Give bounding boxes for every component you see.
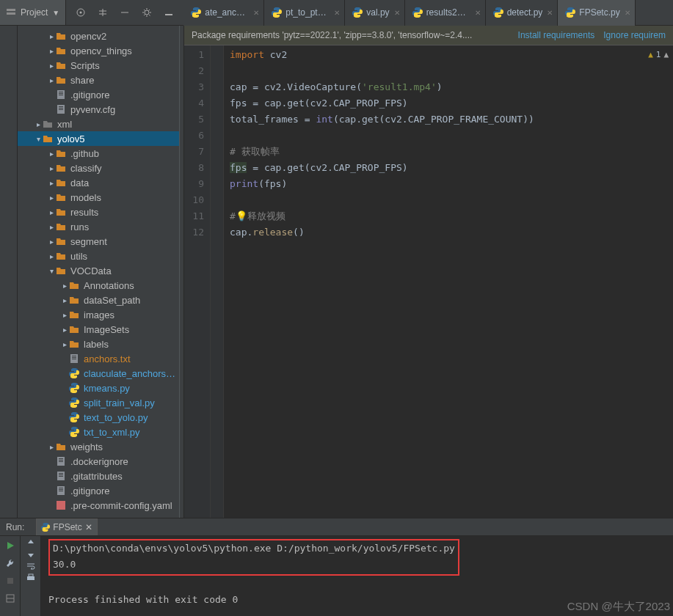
editor-tab[interactable]: pt_to_pth.py✕ xyxy=(264,0,345,26)
tree-node[interactable]: ▸text_to_yolo.py xyxy=(18,410,179,425)
tree-node[interactable]: ▸.dockerignore xyxy=(18,454,179,469)
up-icon[interactable] xyxy=(26,538,36,548)
ignore-requirements-link[interactable]: Ignore requirem xyxy=(603,30,666,40)
rerun-icon[interactable] xyxy=(2,538,18,554)
chevron-right-icon[interactable]: ▸ xyxy=(47,32,56,40)
code-line[interactable] xyxy=(230,128,667,144)
tree-node[interactable]: ▾VOCData xyxy=(18,263,179,278)
stop-icon[interactable] xyxy=(2,573,18,589)
tree-node[interactable]: ▸.gitattributes xyxy=(18,469,179,483)
tree-node[interactable]: ▸split_train_val.py xyxy=(18,395,179,410)
tree-node[interactable]: ▸.github xyxy=(18,146,179,161)
tree-node[interactable]: ▾yolov5 xyxy=(18,131,179,146)
tree-scrollbar[interactable] xyxy=(179,26,184,518)
tree-node[interactable]: ▸runs xyxy=(18,219,179,234)
chevron-right-icon[interactable]: ▸ xyxy=(60,311,69,319)
tree-node[interactable]: ▸Annotations xyxy=(18,278,179,293)
code-line[interactable] xyxy=(230,192,667,208)
tree-node[interactable]: ▸anchors.txt xyxy=(18,351,179,366)
tree-node[interactable]: ▸kmeans.py xyxy=(18,381,179,395)
chevron-right-icon[interactable]: ▸ xyxy=(47,208,56,216)
tree-node[interactable]: ▸share xyxy=(18,73,179,87)
chevron-right-icon[interactable]: ▸ xyxy=(60,326,69,334)
chevron-right-icon[interactable]: ▸ xyxy=(47,238,56,246)
chevron-right-icon[interactable]: ▸ xyxy=(47,443,56,451)
code-line[interactable]: fps = cap.get(cv2.CAP_PROP_FPS) xyxy=(230,160,667,176)
tree-node[interactable]: ▸utils xyxy=(18,249,179,263)
code-line[interactable]: import cv2 xyxy=(230,47,667,63)
chevron-right-icon[interactable]: ▸ xyxy=(34,120,43,128)
code-line[interactable]: # 获取帧率 xyxy=(230,144,667,160)
tree-node[interactable]: ▸opencv_things xyxy=(18,43,179,58)
tree-node[interactable]: ▸Scripts xyxy=(18,58,179,73)
soft-wrap-icon[interactable] xyxy=(26,561,36,571)
code-line[interactable]: print(fps) xyxy=(230,176,667,192)
close-icon[interactable]: ✕ xyxy=(475,9,481,17)
editor-tab[interactable]: val.py✕ xyxy=(345,0,404,26)
chevron-right-icon[interactable]: ▸ xyxy=(47,47,56,55)
tree-node[interactable]: ▸.pre-commit-config.yaml xyxy=(18,498,179,513)
chevron-right-icon[interactable]: ▸ xyxy=(60,296,69,304)
tree-node[interactable]: ▸segment xyxy=(18,234,179,249)
chevron-right-icon[interactable]: ▸ xyxy=(47,150,56,158)
tree-node[interactable]: ▸weights xyxy=(18,439,179,454)
chevron-right-icon[interactable]: ▸ xyxy=(60,282,69,290)
console-output[interactable]: D:\python\conda\envs\yolov5\python.exe D… xyxy=(41,536,673,616)
tree-node[interactable]: ▸.gitignore xyxy=(18,483,179,498)
chevron-right-icon[interactable]: ▸ xyxy=(47,194,56,202)
project-toolwindow-tab[interactable]: Project ▼ xyxy=(0,0,66,25)
close-icon[interactable]: ✕ xyxy=(394,9,400,17)
print-icon[interactable] xyxy=(26,573,36,583)
tree-node[interactable]: ▸txt_to_xml.py xyxy=(18,425,179,439)
tree-node[interactable]: ▸dataSet_path xyxy=(18,293,179,307)
chevron-right-icon[interactable]: ▸ xyxy=(47,252,56,260)
code-line[interactable]: fps = cap.get(cv2.CAP_PROP_FPS) xyxy=(230,95,667,111)
tree-node[interactable]: ▸clauculate_anchors.py xyxy=(18,366,179,381)
code-line[interactable]: total_frames = int(cap.get(cv2.CAP_PROP_… xyxy=(230,111,667,128)
gear-icon[interactable] xyxy=(141,7,153,18)
expand-icon[interactable] xyxy=(97,7,109,18)
editor-tab[interactable]: FPSetc.py✕ xyxy=(558,0,635,26)
chevron-right-icon[interactable]: ▸ xyxy=(60,340,69,348)
tree-node[interactable]: ▸classify xyxy=(18,161,179,175)
code-content[interactable]: ▲ 1 ▲ import cv2 cap = cv2.VideoCapture(… xyxy=(224,45,673,518)
wrench-icon[interactable] xyxy=(2,555,18,571)
code-line[interactable] xyxy=(230,63,667,79)
locate-icon[interactable] xyxy=(75,7,87,18)
project-tree[interactable]: ▸opencv2▸opencv_things▸Scripts▸share▸.gi… xyxy=(18,26,179,518)
chevron-right-icon[interactable]: ▸ xyxy=(47,179,56,187)
close-icon[interactable]: ✕ xyxy=(85,522,92,532)
down-icon[interactable] xyxy=(26,549,36,560)
close-icon[interactable]: ✕ xyxy=(625,9,630,17)
code-line[interactable]: cap = cv2.VideoCapture('result1.mp4') xyxy=(230,79,667,95)
close-icon[interactable]: ✕ xyxy=(253,9,259,17)
editor-tab[interactable]: detect.py✕ xyxy=(486,0,559,26)
chevron-down-icon[interactable]: ▾ xyxy=(34,135,43,143)
code-line[interactable]: cap.release() xyxy=(230,224,667,241)
tree-node[interactable]: ▸data xyxy=(18,175,179,190)
chevron-right-icon[interactable]: ▸ xyxy=(47,223,56,231)
tree-node[interactable]: ▸xml xyxy=(18,117,179,131)
chevron-right-icon[interactable]: ▸ xyxy=(47,76,56,84)
editor-tab[interactable]: results2xlsx.py✕ xyxy=(405,0,486,26)
tree-node[interactable]: ▸ImageSets xyxy=(18,322,179,337)
tree-node[interactable]: ▸results xyxy=(18,205,179,219)
tree-node[interactable]: ▸pyvenv.cfg xyxy=(18,102,179,117)
close-icon[interactable]: ✕ xyxy=(334,9,340,17)
code-line[interactable]: #💡释放视频 xyxy=(230,208,667,224)
chevron-right-icon[interactable]: ▸ xyxy=(47,164,56,172)
chevron-down-icon[interactable]: ▾ xyxy=(47,267,56,275)
code-editor[interactable]: 123456789101112 ▲ 1 ▲ import cv2 cap = c… xyxy=(184,45,673,518)
run-config-tab[interactable]: FPSetc ✕ xyxy=(36,518,97,535)
close-icon[interactable]: ✕ xyxy=(547,9,553,17)
editor-tab[interactable]: ate_anchors.py✕ xyxy=(183,0,264,26)
tree-node[interactable]: ▸images xyxy=(18,307,179,322)
minimize-icon[interactable] xyxy=(163,7,175,18)
tree-node[interactable]: ▸opencv2 xyxy=(18,29,179,43)
chevron-right-icon[interactable]: ▸ xyxy=(47,62,56,70)
tree-node[interactable]: ▸.gitignore xyxy=(18,87,179,102)
inspection-badge[interactable]: ▲ 1 ▲ xyxy=(648,47,669,63)
tree-node[interactable]: ▸models xyxy=(18,190,179,205)
install-requirements-link[interactable]: Install requirements xyxy=(518,30,595,40)
tree-node[interactable]: ▸labels xyxy=(18,337,179,351)
